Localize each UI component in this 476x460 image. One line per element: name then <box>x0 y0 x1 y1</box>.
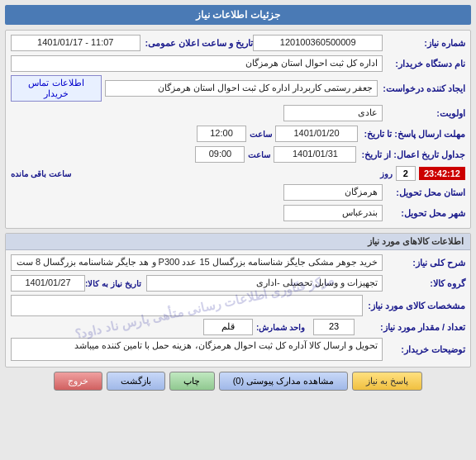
tozi-label: توضیحات خریدار: <box>383 344 465 355</box>
mohlat-saat-value: 12:00 <box>197 126 246 142</box>
shahr-tahvil-label: شهر محل تحویل: <box>383 208 465 219</box>
button-row: پاسخ به نیاز مشاهده مدارک پیوستی (0) چاپ… <box>5 372 471 391</box>
tedad-label: تعداد / مقدار مورد نیاز: <box>358 322 465 333</box>
gorohe-kala-label: گروه کالا: <box>383 278 465 289</box>
countdown-label: ساعت باقی مانده <box>11 169 71 178</box>
shahr-tahvil-value: بندرعباس <box>283 205 383 221</box>
avoliyat-value: عادی <box>283 105 383 121</box>
nam-dastgah-row: نام دستگاه خریدار: اداره کل ثبت احوال اس… <box>11 55 465 73</box>
section-kala-header: اطلاعات کالاهای مورد نیاز <box>6 234 470 250</box>
vahed-value: قلم <box>203 319 253 335</box>
ostan-tahvil-label: استان محل تحویل: <box>383 187 465 198</box>
avoliyat-label: اولویت: <box>383 108 465 119</box>
page-header: جزئیات اطلاعات نیاز <box>5 5 471 25</box>
khoroj-button[interactable]: خروج <box>54 372 102 391</box>
section-niyaz-info: شماره نیاز: 120100360500009 تاریخ و ساعت… <box>5 30 471 229</box>
tarikh-label: تاریخ و ساعت اعلان عمومی: <box>140 38 254 49</box>
shomare-niyaz-row: شماره نیاز: 120100360500009 تاریخ و ساعت… <box>11 34 465 52</box>
section-kala-info: اطلاعات کالاهای مورد نیاز شرح کلی نیاز: … <box>5 233 471 368</box>
avoliyat-row: اولویت: عادی <box>11 104 465 122</box>
ijad-konande-value: جعفر رستمی کاربردار اداره کل ثبت احوال ا… <box>105 80 378 97</box>
sharkh-row: شرح کلی نیاز: خرید جوهر مشکی جایگز شناسن… <box>11 254 465 272</box>
sharkh-label: شرح کلی نیاز: <box>383 258 465 268</box>
sharkh-value: خرید جوهر مشکی جایگز شناسنامه بزرگسال 15… <box>11 254 383 271</box>
ittela-tamas-btn[interactable]: اطلاعات تماس خریدار <box>11 75 102 102</box>
moshakhasat-value <box>11 295 363 316</box>
shahr-tahvil-row: شهر محل تحویل: بندرعباس <box>11 204 465 222</box>
nam-dastgah-value: اداره کل ثبت احوال استان هرمزگان <box>11 55 383 72</box>
bazgasht-button[interactable]: بازگشت <box>107 372 165 391</box>
ijad-konande-label: ایجاد کننده درخواست: <box>378 83 465 94</box>
mohlat-saat-label: ساعت <box>250 130 272 139</box>
vahed-label: واحد شمارش: <box>256 323 305 332</box>
shomare-niyaz-value: 120100360500009 <box>253 35 383 51</box>
jadval-row: جداول تاریخ اعمال: از تاریخ: 1401/01/31 … <box>11 145 465 164</box>
moshakhasat-label: مشخصات کالای مورد نیاز: <box>363 301 465 311</box>
ijad-konande-row: ایجاد کننده درخواست: جعفر رستمی کاربردار… <box>11 75 465 102</box>
nam-dastgah-label: نام دستگاه خریدار: <box>383 59 465 69</box>
mohlat-ersal-label: مهلت ارسال پاسخ: تا تاریخ: <box>358 129 465 140</box>
ostan-tahvil-value: هرمزگان <box>283 184 383 201</box>
countdown-row: 23:42:12 2 روز ساعت باقی مانده <box>11 166 465 181</box>
tedad-value: 23 <box>313 319 355 335</box>
tozi-row: توضیحات خریدار: تحویل و ارسال کالا آداره… <box>11 338 465 361</box>
jadval-saat-label: ساعت <box>248 150 270 159</box>
shomare-niyaz-label: شماره نیاز: <box>383 38 465 49</box>
tarikh-niyaz-value: 1401/01/27 <box>11 275 85 292</box>
mohlat-ersal-row: مهلت ارسال پاسخ: تا تاریخ: 1401/01/20 سا… <box>11 125 465 143</box>
section-niyaz-body: شماره نیاز: 120100360500009 تاریخ و ساعت… <box>6 31 470 228</box>
mohlat-date: 1401/01/20 <box>275 126 358 142</box>
tozi-value: تحویل و ارسال کالا آداره کل ثبت احوال هر… <box>11 338 383 361</box>
gorohe-kala-value: تجهیزات و وسایل تحصیلی -اداری <box>146 275 383 292</box>
countdown-day-value: 2 <box>396 166 416 181</box>
jadval-label: جداول تاریخ اعمال: از تاریخ: <box>356 149 465 160</box>
tarikh-value: 1401/01/17 - 11:07 <box>11 35 140 51</box>
moshahedeh-button[interactable]: مشاهده مدارک پیوستی (0) <box>219 372 349 391</box>
countdown-time: 23:42:12 <box>419 167 465 180</box>
moshakhasat-row: مشخصات کالای مورد نیاز: <box>11 295 465 316</box>
jadval-saat-value: 09:00 <box>195 146 245 163</box>
countdown-day-label: روز <box>380 169 393 178</box>
tarikh-niyaz-label: تاریخ نیاز به کالا: <box>85 279 141 288</box>
chap-button[interactable]: چاپ <box>169 372 215 391</box>
jadval-date: 1401/01/31 <box>274 146 356 163</box>
page-title: جزئیات اطلاعات نیاز <box>196 9 280 21</box>
ostan-tahvil-row: استان محل تحویل: هرمزگان <box>11 183 465 202</box>
section-kala-body: شرح کلی نیاز: خرید جوهر مشکی جایگز شناسن… <box>6 250 470 367</box>
tedad-row: تعداد / مقدار مورد نیاز: 23 واحد شمارش: … <box>11 319 465 335</box>
pasokh-button[interactable]: پاسخ به نیاز <box>352 372 422 391</box>
gorohe-kala-row: گروه کالا: تجهیزات و وسایل تحصیلی -اداری… <box>11 274 465 292</box>
